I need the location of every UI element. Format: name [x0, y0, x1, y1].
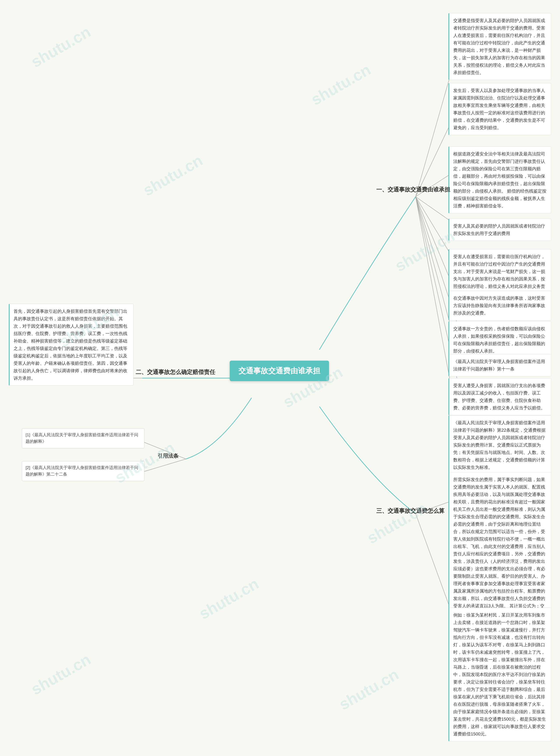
- content-box-left: 首先，因交通事故引起的人身损害赔偿首先需有交警部门出具的事故责任认定书，这是所有…: [9, 304, 134, 385]
- content-box-rt8: 《最高人民法院关于审理人身损害赔偿案件适用法律若干问题的解释》第十一条: [448, 354, 551, 376]
- citation-box-1: [1]《最高人民法院关于审理人身损害赔偿案件适用法律若干问题的解释》: [22, 428, 144, 448]
- content-box-rb2: 例如：徐某为某村村民，某日开某次用车到集市上去卖猪，在接近道路的一个岔路口时，徐…: [448, 608, 551, 741]
- watermark-10: shutu.cn: [28, 650, 94, 698]
- watermark-8: shutu.cn: [364, 499, 430, 547]
- content-box-rt3: 根据道路交通安全法中等相关法律及最高法院司法解释的规定，首先由交警部门进行事故责…: [448, 146, 551, 213]
- watermark-4: shutu.cn: [392, 227, 458, 275]
- branch1-label: 一、交通事故交通费由谁承担: [376, 186, 450, 193]
- watermark-9: shutu.cn: [196, 574, 262, 623]
- content-box-rt2: 发生后，受害人以及参加处理交通事故的当事人家属因需到医院治治、住院治疗以及处理交…: [448, 83, 551, 135]
- page-container: shutu.cn shutu.cn shutu.cn shutu.cn shut…: [0, 0, 560, 756]
- center-node: 交通事故交通费由谁承担: [230, 361, 329, 381]
- content-box-rt6: 在交通事故中因对方失误造成的事故，这时受害方应该持告静脸迎向有关法律事务所咨询家…: [448, 291, 551, 320]
- branch4-label: 引用法条: [158, 453, 179, 459]
- content-box-rt10: 《最高人民法院关于审理人身损害赔偿案件适用法律若干问题的解释》第22条规定，交通…: [448, 415, 551, 475]
- branch3-label: 三、交通事故交通费怎么算: [376, 507, 444, 515]
- content-box-rb1: 所需实际发生的费用，属于事实判断问题，如果交通费用的发生属于实害人本人的就医、配…: [448, 472, 551, 621]
- watermark-1: shutu.cn: [28, 22, 94, 71]
- watermark-3: shutu.cn: [140, 151, 206, 199]
- svg-line-14: [142, 459, 186, 472]
- branch2-label: 二、交通事故怎么确定赔偿责任: [136, 368, 215, 376]
- content-box-rt9: 受害人遭受人身损害，因就医治疗支出的各项费用以及因误工减少的收入，包括医疗费、误…: [448, 378, 551, 415]
- content-box-rt4: 受害人及其必要的陪护人员因就医或者转院治疗所实际发生的用于交通的费用: [448, 218, 551, 241]
- citation-box-2: [2]《最高人民法院关于审理人身损害赔偿案件适用法律若干问题的解释》第二十二条: [22, 461, 144, 481]
- center-node-label: 交通事故交通费由谁承担: [238, 366, 320, 375]
- content-box-rt1: 交通费是指受害人及其必要的陪护人员因就医或者转院治疗所实际发生的用于交通的费用。…: [448, 13, 551, 80]
- content-box-rt7: 交通事故一方全责的，伤者赔偿数额应该由侵权人承担，如果侵权采购投保保险，可以由保…: [448, 321, 551, 358]
- watermark-2: shutu.cn: [308, 60, 374, 109]
- watermark-11: shutu.cn: [336, 665, 402, 714]
